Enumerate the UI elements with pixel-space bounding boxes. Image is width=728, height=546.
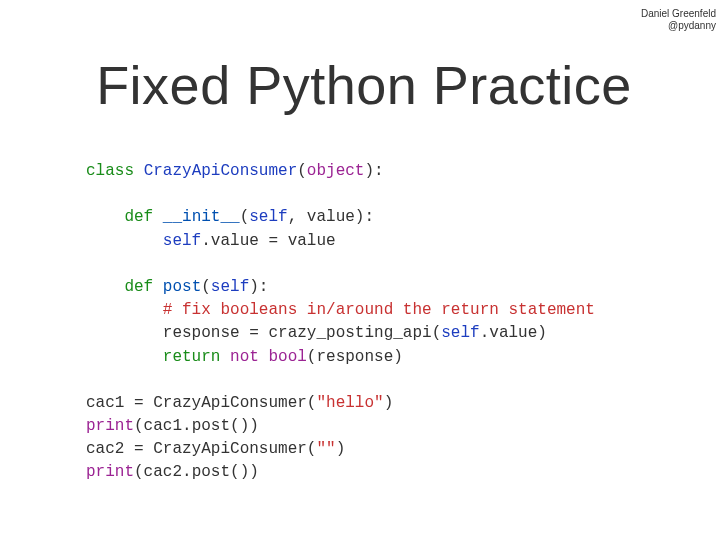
- code-line: cac2 = CrazyApiConsumer(: [86, 440, 316, 458]
- kw-def: def: [124, 208, 153, 226]
- assign-value: .value = value: [201, 232, 335, 250]
- builtin-print: print: [86, 417, 134, 435]
- fn-init: __init__: [163, 208, 240, 226]
- code-text: (cac2.post()): [134, 463, 259, 481]
- class-name: CrazyApiConsumer: [144, 162, 298, 180]
- builtin-bool: bool: [268, 348, 306, 366]
- kw-class: class: [86, 162, 134, 180]
- str-empty: "": [316, 440, 335, 458]
- attribution: Daniel Greenfeld @pydanny: [641, 8, 716, 32]
- code-text: ): [384, 394, 394, 412]
- comment: # fix booleans in/around the return stat…: [163, 301, 595, 319]
- builtin-object: object: [307, 162, 365, 180]
- code-line: response = crazy_posting_api(: [86, 324, 441, 342]
- str-hello: "hello": [316, 394, 383, 412]
- author-name: Daniel Greenfeld: [641, 8, 716, 20]
- code-text: (cac1.post()): [134, 417, 259, 435]
- code-text: (response): [307, 348, 403, 366]
- code-text: .value): [480, 324, 547, 342]
- param-value: , value):: [288, 208, 374, 226]
- code-line: cac1 = CrazyApiConsumer(: [86, 394, 316, 412]
- self-ref: self: [441, 324, 479, 342]
- kw-return: return: [163, 348, 221, 366]
- param-self: self: [249, 208, 287, 226]
- fn-post: post: [163, 278, 201, 296]
- code-block: class CrazyApiConsumer(object): def __in…: [86, 160, 728, 485]
- kw-def: def: [124, 278, 153, 296]
- self-ref: self: [163, 232, 201, 250]
- param-self: self: [211, 278, 249, 296]
- slide-title: Fixed Python Practice: [0, 54, 728, 116]
- code-text: ): [336, 440, 346, 458]
- builtin-print: print: [86, 463, 134, 481]
- op-not: not: [230, 348, 259, 366]
- author-handle: @pydanny: [641, 20, 716, 32]
